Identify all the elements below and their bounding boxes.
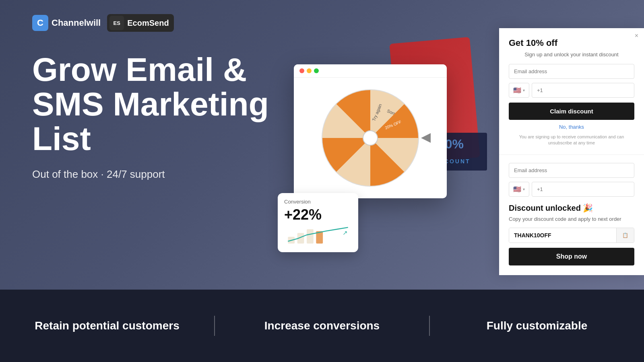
unlocked-subtitle: Copy your discount code and apply to nex… [509, 216, 634, 222]
wheel-svg: Sorry... Free Almost 10% OFF No luck [318, 86, 423, 190]
close-dot [299, 68, 304, 73]
consent-text: You are signing up to receive communicat… [509, 134, 634, 146]
discount-title: Get 10% off [509, 38, 634, 48]
flag-emoji-1: 🇺🇸 [513, 86, 521, 94]
feature-customizable-text: Fully customizable [487, 319, 588, 332]
wheel-pointer [421, 133, 431, 143]
channelwill-name: Channelwill [52, 18, 101, 28]
flag-select-1[interactable]: 🇺🇸 ▾ [509, 83, 529, 98]
bottom-feature-retain: Retain potential customers [0, 319, 214, 332]
flag-emoji-2: 🇺🇸 [513, 185, 521, 193]
hero-subtitle: Out of the box · 24/7 support [32, 168, 269, 181]
hero-section: BLFRI 50%DISCOUNT C Channelwill ES EcomS… [0, 0, 644, 290]
conversion-chart: ↗ [284, 225, 352, 245]
shop-now-button[interactable]: Shop now [509, 248, 634, 265]
discount-code-row: 📋 [509, 228, 634, 243]
copy-button[interactable]: 📋 [616, 228, 634, 243]
conversion-value: +22% [284, 206, 352, 223]
maximize-dot [314, 68, 319, 73]
phone-row-2: 🇺🇸 ▾ [509, 182, 634, 197]
discount-code-input[interactable] [509, 228, 616, 243]
bottom-bar: Retain potential customers Increase conv… [0, 290, 644, 362]
phone-input-1[interactable] [532, 83, 634, 98]
ecomsend-icon: ES [109, 16, 124, 30]
svg-text:↗: ↗ [343, 229, 348, 236]
conversion-card: Conversion +22% ↗ [278, 193, 358, 252]
chevron-down-icon: ▾ [523, 88, 525, 93]
close-button[interactable]: × [635, 32, 638, 39]
unlocked-title: Discount unlocked 🎉 [509, 203, 634, 213]
feature-retain-text: Retain potential customers [35, 319, 179, 332]
svg-point-9 [363, 131, 378, 145]
chevron-down-icon-2: ▾ [523, 187, 525, 191]
conversion-label: Conversion [284, 199, 352, 205]
logo-bar: C Channelwill ES EcomSend [32, 14, 174, 32]
flag-select-2[interactable]: 🇺🇸 ▾ [509, 182, 529, 197]
email-input-2[interactable] [509, 163, 634, 178]
email-input-1[interactable] [509, 64, 634, 79]
spin-wheel-widget: Sorry... Free Almost 10% OFF No luck [294, 64, 447, 198]
discount-popup: × Get 10% off Sign up and unlock your in… [499, 28, 644, 275]
channelwill-logo: C Channelwill [32, 15, 101, 31]
spin-wheel-titlebar [294, 64, 447, 78]
spin-wheel-body: Sorry... Free Almost 10% OFF No luck [294, 78, 447, 198]
hero-title: Grow Email & SMS Marketing List [32, 52, 269, 156]
ecomsend-name: EcomSend [127, 19, 169, 28]
no-thanks-link[interactable]: No, thanks [509, 124, 634, 130]
channelwill-icon: C [32, 15, 48, 31]
discount-section-1: Get 10% off Sign up and unlock your inst… [499, 28, 644, 155]
wheel-container: Sorry... Free Almost 10% OFF No luck [318, 86, 423, 190]
bottom-feature-conversions: Increase conversions [215, 319, 429, 332]
discount-section-2: 🇺🇸 ▾ Discount unlocked 🎉 Copy your disco… [499, 155, 644, 275]
phone-input-2[interactable] [532, 182, 634, 197]
discount-subtitle: Sign up and unlock your instant discount [509, 51, 634, 58]
hero-content: Grow Email & SMS Marketing List Out of t… [32, 52, 269, 181]
phone-row-1: 🇺🇸 ▾ [509, 83, 634, 98]
feature-conversions-text: Increase conversions [264, 319, 380, 332]
main-container: BLFRI 50%DISCOUNT C Channelwill ES EcomS… [0, 0, 644, 362]
bottom-feature-customizable: Fully customizable [430, 319, 644, 332]
minimize-dot [307, 68, 312, 73]
claim-discount-button[interactable]: Claim discount [509, 103, 634, 120]
svg-rect-12 [307, 229, 314, 243]
ecomsend-logo: ES EcomSend [107, 14, 173, 32]
